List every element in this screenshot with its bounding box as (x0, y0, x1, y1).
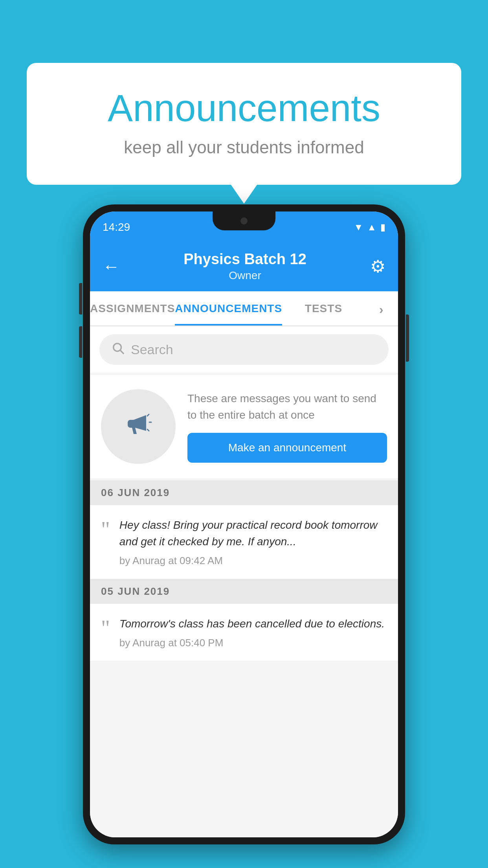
role-label: Owner (183, 269, 306, 282)
announcement-content-1: Hey class! Bring your practical record b… (119, 517, 387, 567)
announcement-text-2: Tomorrow's class has been cancelled due … (119, 616, 387, 632)
announcement-meta-2: by Anurag at 05:40 PM (119, 637, 387, 649)
prompt-description: These are messages you want to send to t… (187, 390, 387, 423)
status-icons: ▼ ▲ ▮ (354, 222, 385, 233)
volume-down-button (79, 326, 82, 358)
settings-icon[interactable]: ⚙ (370, 256, 385, 276)
megaphone-circle (101, 389, 176, 464)
prompt-right: These are messages you want to send to t… (187, 390, 387, 463)
search-bar[interactable]: Search (99, 334, 389, 365)
speech-bubble: Announcements keep all your students inf… (27, 63, 461, 185)
quote-icon-1: " (101, 519, 110, 541)
announcement-item-2[interactable]: " Tomorrow's class has been cancelled du… (90, 604, 398, 661)
bubble-title: Announcements (58, 86, 430, 130)
phone-mockup: 14:29 ▼ ▲ ▮ ← Physics Batch 12 Owner ⚙ (83, 204, 405, 844)
announcement-content-2: Tomorrow's class has been cancelled due … (119, 616, 387, 649)
back-button[interactable]: ← (103, 257, 120, 276)
bubble-subtitle: keep all your students informed (58, 138, 430, 157)
tabs-bar: ASSIGNMENTS ANNOUNCEMENTS TESTS › (90, 291, 398, 326)
wifi-icon: ▼ (354, 222, 363, 233)
status-time: 14:29 (103, 221, 130, 234)
date-label-2: 05 JUN 2019 (101, 585, 170, 598)
battery-icon: ▮ (380, 222, 385, 233)
search-placeholder: Search (131, 342, 173, 357)
tab-announcements[interactable]: ANNOUNCEMENTS (175, 291, 282, 326)
tab-tests[interactable]: TESTS (282, 291, 365, 326)
search-icon (111, 341, 125, 358)
batch-name: Physics Batch 12 (183, 251, 306, 268)
search-container: Search (90, 326, 398, 373)
date-label-1: 06 JUN 2019 (101, 487, 170, 499)
signal-icon: ▲ (367, 222, 376, 233)
announcement-meta-1: by Anurag at 09:42 AM (119, 555, 387, 567)
speech-bubble-section: Announcements keep all your students inf… (27, 63, 461, 185)
phone-screen: 14:29 ▼ ▲ ▮ ← Physics Batch 12 Owner ⚙ (90, 211, 398, 837)
svg-line-1 (121, 351, 123, 353)
make-announcement-button[interactable]: Make an announcement (187, 433, 387, 463)
announcement-text-1: Hey class! Bring your practical record b… (119, 517, 387, 550)
date-separator-1: 06 JUN 2019 (90, 480, 398, 505)
content-area: Search These are messages (90, 326, 398, 837)
announcement-item-1[interactable]: " Hey class! Bring your practical record… (90, 505, 398, 579)
power-button (406, 314, 409, 362)
header-title-group: Physics Batch 12 Owner (183, 251, 306, 282)
tab-more[interactable]: › (365, 291, 398, 326)
megaphone-icon (123, 407, 154, 446)
date-separator-2: 05 JUN 2019 (90, 579, 398, 604)
notch (213, 211, 275, 230)
camera (240, 217, 248, 224)
phone-outer: 14:29 ▼ ▲ ▮ ← Physics Batch 12 Owner ⚙ (83, 204, 405, 844)
announcement-prompt-card: These are messages you want to send to t… (90, 375, 398, 478)
quote-icon-2: " (101, 617, 110, 639)
status-bar: 14:29 ▼ ▲ ▮ (90, 211, 398, 243)
app-header: ← Physics Batch 12 Owner ⚙ (90, 243, 398, 291)
tab-assignments[interactable]: ASSIGNMENTS (90, 291, 175, 326)
volume-up-button (79, 283, 82, 314)
svg-point-0 (114, 344, 121, 351)
